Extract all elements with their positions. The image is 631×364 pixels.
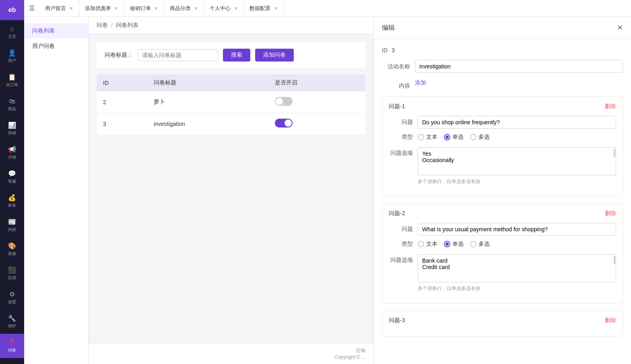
q2-type-text-radio[interactable]	[418, 241, 424, 247]
data-table: ID 问卷标题 是否开启 2 萝卜	[97, 74, 365, 134]
delete-question-2-link[interactable]: 删除	[605, 210, 616, 217]
nav-label-decor: 装修	[8, 251, 16, 257]
nav-label-user: 用户	[8, 58, 16, 64]
row-id: 2	[97, 91, 147, 113]
q1-type-row: 类型 文本 单选 多选	[389, 134, 616, 141]
question-card-1: 问题-1 删除 问题 类型 文本	[382, 96, 623, 197]
table-header-id: ID	[97, 74, 147, 91]
question-3-title: 问题-3	[389, 317, 405, 324]
id-label: ID	[382, 47, 388, 53]
tabs-bar: ☰ 用户留言 ✕ 添加优惠券 ✕ 核销订单 ✕ 商品分类 ✕ 个人中心 ✕ 数据…	[24, 0, 631, 17]
tab-coupon[interactable]: 添加优惠券 ✕	[79, 0, 124, 17]
tab-order-close[interactable]: ✕	[154, 6, 158, 11]
nav-item-distribution[interactable]: 📢 分销	[0, 141, 24, 165]
search-label: 问卷标题：	[105, 51, 133, 59]
delete-question-3-link[interactable]: 删除	[605, 317, 616, 324]
nav-item-user[interactable]: 👤 用户	[0, 44, 24, 68]
q2-options-row: 问题选项 Bank card Credit card 多个请换行，仅单选多选有效	[389, 253, 616, 292]
delete-question-1-link[interactable]: 删除	[605, 103, 616, 110]
sidebar-item-user-survey[interactable]: 用户问卷	[24, 39, 88, 54]
q2-type-label: 类型	[389, 241, 413, 248]
table-row: 2 萝卜	[97, 91, 365, 113]
toggle-switch-on[interactable]	[275, 119, 293, 128]
question-3-header: 问题-3 删除	[389, 317, 616, 324]
q1-options-wrapper: Yes Occasionally	[418, 147, 616, 177]
tab-user-message[interactable]: 用户留言 ✕	[39, 0, 79, 17]
nav-item-apps[interactable]: ⬛ 应用	[0, 261, 24, 286]
nav-label-apps: 应用	[8, 275, 16, 281]
q1-question-input[interactable]	[418, 116, 616, 129]
nav-item-goods[interactable]: 🛍 商品	[0, 93, 24, 117]
tab-category[interactable]: 商品分类 ✕	[164, 0, 204, 17]
tab-data-config-close[interactable]: ✕	[274, 6, 278, 11]
content-layout: 问卷列表 用户问卷 问卷 / 问卷列表 问卷标题： 搜索 添加问卷	[24, 17, 631, 364]
q1-type-text-radio[interactable]	[418, 134, 424, 140]
q2-type-single[interactable]: 单选	[444, 241, 464, 248]
nav-item-content[interactable]: 📰 内容	[0, 213, 24, 237]
q1-options-hint: 多个请换行，仅单选多选有效	[418, 178, 616, 185]
home-icon: ⌂	[10, 25, 14, 33]
q1-options-textarea[interactable]: Yes Occasionally	[418, 147, 616, 175]
tabs-toggle-button[interactable]: ☰	[24, 4, 39, 12]
q1-type-multi[interactable]: 多选	[470, 134, 490, 141]
tab-order[interactable]: 核销订单 ✕	[124, 0, 164, 17]
q1-type-text[interactable]: 文本	[418, 134, 437, 141]
main-area: ☰ 用户留言 ✕ 添加优惠券 ✕ 核销订单 ✕ 商品分类 ✕ 个人中心 ✕ 数据…	[24, 0, 631, 364]
tab-profile-close[interactable]: ✕	[234, 6, 238, 11]
q1-type-single[interactable]: 单选	[444, 134, 464, 141]
q2-type-multi[interactable]: 多选	[470, 241, 490, 248]
tab-profile[interactable]: 个人中心 ✕	[204, 0, 244, 17]
toggle-switch-off[interactable]	[275, 97, 293, 106]
tab-user-message-close[interactable]: ✕	[69, 6, 73, 11]
nav-item-decor[interactable]: 🎨 装修	[0, 237, 24, 261]
q1-options-scrollbar[interactable]	[614, 149, 615, 157]
edit-header: 编辑 ✕	[374, 17, 631, 39]
q1-question-label: 问题	[389, 119, 413, 126]
q2-question-input[interactable]	[418, 223, 616, 236]
q1-type-single-radio[interactable]	[444, 134, 450, 140]
table-header-enabled: 是否开启	[268, 74, 365, 91]
q1-type-multi-radio[interactable]	[470, 134, 476, 140]
breadcrumb-separator: /	[111, 22, 113, 29]
q2-type-multi-radio[interactable]	[470, 241, 476, 247]
nav-label-service: 客服	[8, 179, 16, 184]
nav-label-maintenance: 维护	[8, 323, 16, 329]
nav-item-finance[interactable]: 💰 财务	[0, 189, 24, 213]
tab-coupon-close[interactable]: ✕	[114, 6, 118, 11]
add-question-link[interactable]: 添加	[415, 79, 426, 86]
q2-options-scrollbar[interactable]	[614, 256, 615, 264]
decor-icon: 🎨	[8, 242, 16, 250]
activity-value	[415, 60, 623, 73]
row-toggle[interactable]	[268, 113, 365, 135]
nav-item-service[interactable]: 💬 客服	[0, 165, 24, 189]
row-toggle[interactable]	[268, 91, 365, 113]
edit-panel: 编辑 ✕ ID 3 活动名称 内容	[373, 17, 631, 364]
q2-type-single-radio[interactable]	[444, 241, 450, 247]
nav-item-home[interactable]: ⌂ 主页	[0, 20, 24, 44]
search-button[interactable]: 搜索	[223, 49, 250, 62]
apps-icon: ⬛	[8, 266, 16, 274]
search-input[interactable]	[138, 49, 218, 61]
page-content: 问卷 / 问卷列表 问卷标题： 搜索 添加问卷 ID 问卷标题	[89, 17, 373, 364]
nav-logo[interactable]: eb	[0, 0, 24, 20]
add-survey-button[interactable]: 添加问卷	[255, 49, 294, 62]
q2-options-textarea[interactable]: Bank card Credit card	[418, 254, 616, 282]
nav-item-marketing[interactable]: 📊 营销	[0, 117, 24, 141]
nav-item-survey[interactable]: ❓ 问卷	[0, 334, 24, 358]
nav-label-finance: 财务	[8, 203, 16, 208]
sidebar-item-survey-list[interactable]: 问卷列表	[24, 23, 88, 39]
tab-data-config[interactable]: 数据配置 ✕	[244, 0, 284, 17]
q2-type-radio-group: 文本 单选 多选	[418, 241, 490, 248]
q2-type-row: 类型 文本 单选 多选	[389, 241, 616, 248]
toggle-slider-on	[275, 119, 293, 128]
nav-item-maintenance[interactable]: 🔧 维护	[0, 310, 24, 334]
maintenance-icon: 🔧	[8, 315, 16, 322]
close-button[interactable]: ✕	[617, 23, 623, 32]
tab-category-close[interactable]: ✕	[194, 6, 198, 11]
nav-item-order[interactable]: 📋 自订单	[0, 68, 24, 93]
activity-input[interactable]	[415, 60, 623, 73]
nav-item-settings[interactable]: ⚙ 设置	[0, 286, 24, 310]
q2-type-text[interactable]: 文本	[418, 241, 437, 248]
table-header-title: 问卷标题	[147, 74, 268, 91]
q2-options-hint: 多个请换行，仅单选多选有效	[418, 285, 616, 292]
